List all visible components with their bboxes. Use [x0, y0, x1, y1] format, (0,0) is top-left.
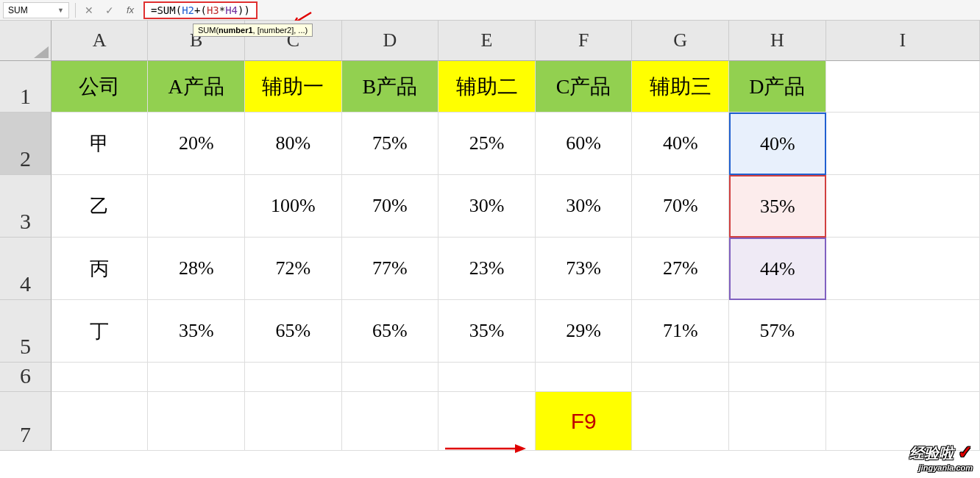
cell-E1[interactable]: 辅助二	[438, 61, 536, 113]
function-tooltip: SUM(number1, [number2], ...)	[193, 24, 313, 37]
cell-G6[interactable]	[632, 363, 729, 392]
cell-B1[interactable]: A产品	[148, 61, 245, 113]
cell-F4[interactable]: 73%	[536, 238, 633, 300]
cell-D5[interactable]: 65%	[342, 300, 439, 363]
name-box[interactable]: SUM ▼	[3, 2, 69, 18]
cell-A6[interactable]	[52, 363, 149, 392]
cell-B6[interactable]	[148, 363, 245, 392]
col-header-H[interactable]: H	[729, 21, 826, 61]
cell-H2[interactable]: 40%	[729, 113, 826, 175]
cell-I6[interactable]	[826, 363, 980, 392]
cell-F1[interactable]: C产品	[536, 61, 633, 113]
cell-C5[interactable]: 65%	[245, 300, 342, 363]
cell-F3[interactable]: 30%	[536, 175, 633, 238]
cell-F2[interactable]: 60%	[536, 113, 633, 175]
cell-A1[interactable]: 公司	[52, 61, 149, 113]
row-header-1[interactable]: 1	[0, 61, 52, 113]
cell-A2[interactable]: 甲	[52, 113, 149, 175]
cell-A5[interactable]: 丁	[52, 300, 149, 363]
cell-C2[interactable]: 80%	[245, 113, 342, 175]
cell-E6[interactable]	[438, 363, 536, 392]
cell-B7[interactable]	[148, 392, 245, 451]
table-row: 4 丙 28% 72% 77% 23% 73% 27% 44%	[0, 238, 980, 300]
cell-E4[interactable]: 23%	[438, 238, 536, 300]
chevron-down-icon[interactable]: ▼	[57, 7, 64, 14]
formula-input[interactable]: =SUM(H2+(H3*H4))	[143, 1, 258, 19]
table-row: 2 甲 20% 80% 75% 25% 60% 40% 40%	[0, 113, 980, 175]
cell-D2[interactable]: 75%	[342, 113, 439, 175]
row-header-2[interactable]: 2	[0, 113, 52, 175]
col-header-G[interactable]: G	[632, 21, 729, 61]
cell-C1[interactable]: 辅助一	[245, 61, 342, 113]
cell-G7[interactable]	[632, 392, 729, 451]
row-header-7[interactable]: 7	[0, 392, 52, 451]
cell-C4[interactable]: 72%	[245, 238, 342, 300]
cell-A4[interactable]: 丙	[52, 238, 149, 300]
table-row: 6	[0, 363, 980, 392]
cell-C7[interactable]	[245, 392, 342, 451]
col-header-F[interactable]: F	[536, 21, 633, 61]
cell-B2[interactable]: 20%	[148, 113, 245, 175]
fx-icon[interactable]: fx	[123, 4, 138, 15]
cell-D1[interactable]: B产品	[342, 61, 439, 113]
cancel-icon[interactable]: ✕	[82, 4, 96, 16]
cell-C6[interactable]	[245, 363, 342, 392]
table-row: 3 乙 100% 70% 30% 30% 70% 35%	[0, 175, 980, 238]
cell-H4[interactable]: 44%	[729, 238, 826, 300]
row-header-6[interactable]: 6	[0, 363, 52, 392]
column-headers: A B C D E F G H I	[0, 21, 980, 61]
row-header-4[interactable]: 4	[0, 238, 52, 300]
cell-H7[interactable]	[729, 392, 826, 451]
cell-F7[interactable]: F9	[536, 392, 633, 451]
formula-bar: SUM ▼ ✕ ✓ fx =SUM(H2+(H3*H4))	[0, 0, 980, 21]
cell-E3[interactable]: 30%	[438, 175, 536, 238]
col-header-A[interactable]: A	[52, 21, 149, 61]
cell-H1[interactable]: D产品	[729, 61, 826, 113]
cell-I5[interactable]	[826, 300, 980, 363]
cell-B4[interactable]: 28%	[148, 238, 245, 300]
cell-F5[interactable]: 29%	[536, 300, 633, 363]
cell-G1[interactable]: 辅助三	[632, 61, 729, 113]
cell-B3[interactable]	[148, 175, 245, 238]
cell-H6[interactable]	[729, 363, 826, 392]
check-icon: ✓	[958, 442, 973, 451]
cell-D3[interactable]: 70%	[342, 175, 439, 238]
cell-I1[interactable]	[826, 61, 980, 113]
cell-G2[interactable]: 40%	[632, 113, 729, 175]
cell-I2[interactable]	[826, 113, 980, 175]
select-all-corner[interactable]	[0, 21, 52, 61]
cell-H3[interactable]: 35%	[729, 175, 826, 238]
row-header-5[interactable]: 5	[0, 300, 52, 363]
cell-A7[interactable]	[52, 392, 149, 451]
name-box-value: SUM	[8, 5, 57, 15]
cell-D6[interactable]	[342, 363, 439, 392]
col-header-I[interactable]: I	[826, 21, 980, 61]
cell-F6[interactable]	[536, 363, 633, 392]
table-row: 1 公司 A产品 辅助一 B产品 辅助二 C产品 辅助三 D产品	[0, 61, 980, 113]
cell-E7[interactable]	[438, 392, 536, 451]
col-header-D[interactable]: D	[342, 21, 439, 61]
spreadsheet-grid: A B C D E F G H I 1 公司 A产品 辅助一 B产品 辅助二 C…	[0, 21, 980, 451]
cell-B5[interactable]: 35%	[148, 300, 245, 363]
cell-D7[interactable]	[342, 392, 439, 451]
table-row: 7 F9	[0, 392, 980, 451]
cell-G4[interactable]: 27%	[632, 238, 729, 300]
cell-E2[interactable]: 25%	[438, 113, 536, 175]
cell-G3[interactable]: 70%	[632, 175, 729, 238]
confirm-icon[interactable]: ✓	[102, 4, 117, 16]
cell-D4[interactable]: 77%	[342, 238, 439, 300]
cell-A3[interactable]: 乙	[52, 175, 149, 238]
cell-E5[interactable]: 35%	[438, 300, 536, 363]
cell-I4[interactable]	[826, 238, 980, 300]
cell-H5[interactable]: 57%	[729, 300, 826, 363]
row-header-3[interactable]: 3	[0, 175, 52, 238]
table-row: 5 丁 35% 65% 65% 35% 29% 71% 57%	[0, 300, 980, 363]
watermark: 经验啦 ✓ jingyanla.com	[909, 442, 973, 451]
cell-C3[interactable]: 100%	[245, 175, 342, 238]
cell-I3[interactable]	[826, 175, 980, 238]
cell-G5[interactable]: 71%	[632, 300, 729, 363]
col-header-E[interactable]: E	[438, 21, 536, 61]
divider	[75, 3, 76, 18]
